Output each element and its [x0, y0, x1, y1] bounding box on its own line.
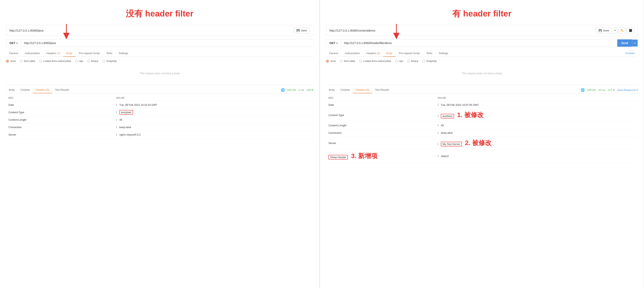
left-radio-graphql[interactable]: GraphQL	[102, 60, 117, 63]
left-tab-params[interactable]: Params	[6, 50, 22, 57]
right-radio-urlencoded-dot	[359, 60, 362, 63]
left-row-connection: Connection ℹ keep-alive	[6, 124, 313, 131]
left-radio-urlencoded[interactable]: x-www-form-urlencoded	[39, 60, 71, 63]
right-radio-raw-dot	[395, 60, 398, 63]
left-radio-none[interactable]: none	[6, 60, 16, 63]
left-radio-raw-dot	[75, 60, 78, 63]
right-method-value: GET	[330, 42, 335, 45]
left-value-connection: ℹ keep-alive	[114, 124, 313, 131]
left-info-connection: ℹ	[116, 126, 117, 129]
right-url-input[interactable]	[341, 40, 617, 47]
left-radio-binary[interactable]: binary	[87, 60, 98, 63]
right-resp-tab-testresults[interactable]: Test Results	[372, 87, 392, 93]
left-value-content-type-highlight: text/plain	[120, 110, 133, 115]
left-method-select[interactable]: GET ▾	[6, 40, 21, 47]
right-row-content-length: Content-Length ℹ 45	[326, 122, 638, 129]
right-edit-button[interactable]: ✏️	[618, 28, 626, 33]
right-send-button[interactable]: Send	[617, 40, 632, 47]
right-url-bar: http://127.0.0.1:8080/contentdemo 💾 Save…	[326, 25, 638, 36]
right-value-connection: ℹ keep-alive	[435, 129, 638, 137]
right-tab-authorization[interactable]: Authorization	[342, 50, 363, 57]
right-radio-urlencoded-label: x-www-form-urlencoded	[363, 60, 391, 63]
right-tab-settings[interactable]: Settings	[436, 50, 452, 57]
left-headers-table: KEY VALUE Date ℹ Tue, 08 Feb 2022 10:10:…	[6, 95, 313, 138]
left-info-server: ℹ	[116, 133, 117, 136]
left-radio-binary-label: binary	[91, 60, 98, 63]
right-value-server: ℹ My-Test-Server 2. 被修改	[435, 137, 638, 150]
right-tab-cookies[interactable]: Cookies	[622, 50, 638, 57]
right-tab-body[interactable]: Body	[383, 50, 396, 57]
left-radio-raw[interactable]: raw	[75, 60, 83, 63]
right-response-tabs: Body Cookies Headers (6) Test Results 🌐 …	[326, 85, 638, 93]
left-annotation: 没有 header filter	[126, 9, 193, 18]
right-radio-formdata[interactable]: form-data	[340, 60, 355, 63]
right-value-server-highlight: My-Test-Server	[441, 142, 462, 146]
left-radio-formdata-label: form-data	[24, 60, 35, 63]
left-radio-urlencoded-label: x-www-form-urlencoded	[43, 60, 71, 63]
right-key-date: Date	[326, 101, 435, 109]
right-tab-headers[interactable]: Headers (6)	[363, 50, 383, 57]
right-row-xfeep: Xfeep-Header 3. 新增项 ℹ Hello2!	[326, 150, 638, 163]
right-resp-tab-body[interactable]: Body	[326, 87, 338, 93]
left-method-chevron: ▾	[16, 42, 18, 44]
right-tab-tests[interactable]: Tests	[423, 50, 436, 57]
left-tab-prerequest[interactable]: Pre-request Script	[76, 50, 103, 57]
left-radio-graphql-label: GraphQL	[106, 60, 117, 63]
left-save-button[interactable]: 💾 Save	[294, 28, 310, 33]
right-save-button[interactable]: 💾 Save	[596, 28, 612, 33]
right-save-group: 💾 Save ▾ ✏️ ⬛	[596, 28, 634, 33]
left-tab-authorization[interactable]: Authorization	[22, 50, 43, 57]
right-tab-prerequest[interactable]: Pre-request Script	[396, 50, 423, 57]
left-globe-icon: 🌐	[281, 88, 285, 92]
left-row-server: Server ℹ nginx-clojure/0.5.2	[6, 131, 313, 138]
right-resp-tab-cookies[interactable]: Cookies	[338, 87, 353, 93]
left-url-input[interactable]	[21, 40, 313, 47]
right-tab-params[interactable]: Params	[326, 50, 342, 57]
right-status-time: 20 ms	[598, 89, 606, 92]
right-save-chevron[interactable]: ▾	[613, 28, 618, 33]
left-radio-formdata[interactable]: form-data	[20, 60, 35, 63]
left-resp-tab-testresults[interactable]: Test Results	[52, 87, 72, 93]
right-save-response-button[interactable]: Save Response ▾	[617, 89, 638, 92]
left-radio-raw-label: raw	[79, 60, 83, 63]
right-value-content-type: ℹ text/html 1. 被修改	[435, 109, 638, 122]
right-info-content-length: ℹ	[438, 124, 438, 127]
right-response-status: 🌐 200 OK 20 ms 217 B Save Response ▾	[581, 88, 638, 92]
left-info-content-type: ℹ	[116, 111, 117, 114]
left-method-value: GET	[10, 42, 15, 45]
right-key-xfeep: Xfeep-Header 3. 新增项	[326, 150, 435, 163]
right-radio-raw[interactable]: raw	[395, 60, 403, 63]
left-resp-tab-headers[interactable]: Headers (5)	[33, 87, 52, 93]
left-key-connection: Connection	[6, 124, 114, 131]
left-tab-settings[interactable]: Settings	[116, 50, 132, 57]
right-method-select[interactable]: GET ▾	[326, 40, 341, 47]
left-tabs-nav: Params Authorization Headers (7) Body Pr…	[6, 50, 313, 57]
left-radio-binary-dot	[87, 60, 90, 63]
left-tab-body[interactable]: Body	[63, 50, 76, 57]
right-key-connection: Connection	[326, 129, 435, 137]
right-radio-graphql[interactable]: GraphQL	[422, 60, 437, 63]
right-row-date: Date ℹ Tue, 08 Feb 2022 10:07:55 GMT	[326, 101, 638, 109]
right-send-label: Send	[621, 42, 628, 45]
right-resp-tab-headers[interactable]: Headers (6)	[353, 87, 372, 93]
left-value-content-length: ℹ 45	[114, 116, 313, 124]
right-radio-binary[interactable]: binary	[407, 60, 418, 63]
left-key-date: Date	[6, 101, 114, 109]
right-url-display: http://127.0.0.1:8080/contentdemo	[330, 29, 376, 32]
left-resp-tab-cookies[interactable]: Cookies	[18, 87, 33, 93]
left-tab-tests[interactable]: Tests	[103, 50, 116, 57]
right-radio-urlencoded[interactable]: x-www-form-urlencoded	[359, 60, 391, 63]
left-radio-urlencoded-dot	[39, 60, 42, 63]
right-value-xfeep: ℹ Hello2!	[435, 150, 638, 163]
right-radio-none-label: none	[330, 60, 336, 63]
right-share-button[interactable]: ⬛	[627, 28, 634, 33]
left-th-key: KEY	[6, 95, 114, 101]
left-th-value: VALUE	[114, 95, 313, 101]
left-tab-headers[interactable]: Headers (7)	[43, 50, 63, 57]
left-resp-tab-body[interactable]: Body	[6, 87, 18, 93]
right-radio-graphql-label: GraphQL	[426, 60, 437, 63]
right-send-chevron[interactable]: ▾	[632, 40, 638, 47]
right-key-content-type: Content-Type	[326, 109, 435, 122]
left-url-display: http://127.0.0.1:8080/java	[10, 29, 44, 32]
right-radio-none[interactable]: none	[326, 60, 336, 63]
